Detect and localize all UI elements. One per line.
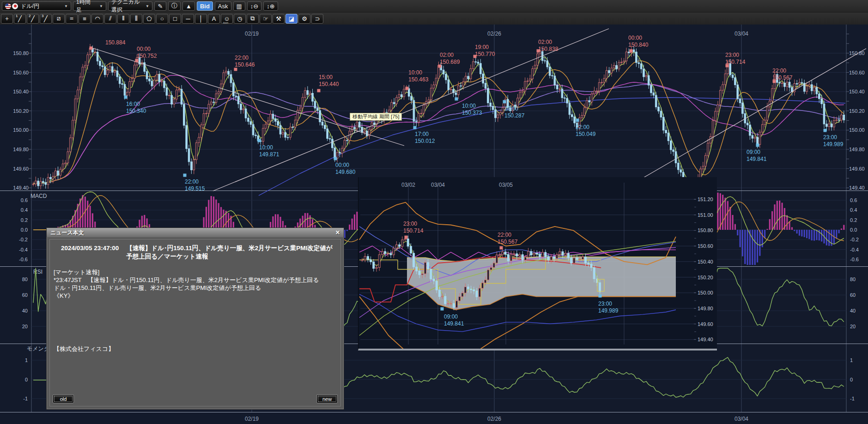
time-marker-button[interactable]: ◷ [234,14,246,24]
svg-text:00:00: 00:00 [137,46,151,52]
pentagon-icon: ⬠ [146,15,152,22]
trendline-2-icon: ╱ [31,15,35,22]
mountain-chart-button[interactable]: ▲ [182,1,195,11]
crosshair-button[interactable]: ＋ [1,14,13,24]
svg-text:02/26: 02/26 [487,416,501,422]
vertical-line-button[interactable]: │ [195,14,207,24]
ruler-button[interactable]: ⧄ [53,14,65,24]
svg-text:23:00: 23:00 [598,301,612,307]
svg-text:MACD: MACD [30,193,47,199]
technical-label: テクニカル選択 [111,0,142,14]
svg-text:150.20: 150.20 [698,275,713,280]
svg-text:149.871: 149.871 [259,151,279,158]
svg-text:150.012: 150.012 [415,138,435,144]
text-label-button[interactable]: A [208,14,220,24]
trendline-3-button[interactable]: ╱3 [40,14,52,24]
text-label-icon: A [212,15,216,22]
inset-chart-window[interactable]: 151.20151.00150.80150.60150.40150.20150.… [358,177,717,350]
copy-button[interactable]: ⧉ [247,14,259,24]
gann-fan-icon: ⫼ [135,15,138,22]
ellipse-button[interactable]: ○ [156,14,168,24]
new-news-button[interactable]: new [316,394,338,403]
horizontal-line-button[interactable]: ─ [182,14,194,24]
svg-text:150.60: 150.60 [698,243,713,249]
zoom-in-button[interactable]: ↕⊕ [263,1,278,11]
svg-text:0.0: 0.0 [21,227,28,233]
ma-tooltip: 移動平均線 期間 [75] [350,113,402,121]
svg-text:60: 60 [22,292,28,298]
news-window[interactable]: ニュース本文 ✕ 2024/03/05 23:47:00 【速報】ドル･円150… [46,227,344,410]
svg-text:150.340: 150.340 [126,108,146,114]
news-window-titlebar[interactable]: ニュース本文 ✕ [47,228,344,237]
svg-text:10:00: 10:00 [408,69,422,76]
wrench-button[interactable]: ⚒ [273,14,285,24]
news-body-text: [マーケット速報] *23:47JST 【速報】ドル・円150.11円、ドル売り… [54,268,331,300]
svg-text:17:00: 17:00 [415,131,429,137]
fibonacci-timezone-button[interactable]: ⫴ [117,14,129,24]
wrench-icon: ⚒ [276,15,281,22]
multi-horizontal-lines-icon: ≡ [83,15,86,22]
trendline-1-button[interactable]: ╱1 [14,14,26,24]
svg-text:151.20: 151.20 [698,197,713,202]
draw-pencil-button[interactable]: ✎ [154,1,166,11]
svg-text:150.287: 150.287 [504,112,525,119]
svg-text:150.40: 150.40 [13,89,29,94]
draw-pencil-icon: ✎ [158,3,163,10]
svg-text:0.0: 0.0 [850,227,857,233]
svg-text:150.463: 150.463 [408,76,429,83]
svg-text:22:00: 22:00 [498,232,511,238]
svg-text:149.80: 149.80 [13,147,29,152]
fibonacci-timezone-icon: ⫴ [122,15,124,22]
svg-text:150.714: 150.714 [403,227,424,234]
svg-text:149.40: 149.40 [13,185,29,190]
fan-lines-button[interactable]: ⫽ [104,14,116,24]
svg-text:03/05: 03/05 [499,182,513,188]
timeframe-select[interactable]: 1時間足 ▼ [73,1,106,11]
svg-text:40: 40 [22,308,28,313]
rectangle-button[interactable]: □ [169,14,181,24]
currency-pair-select[interactable]: ドル/円 ▼ [2,1,71,11]
svg-text:150.770: 150.770 [475,51,495,57]
eraser-button[interactable]: ◪ [285,14,297,24]
svg-text:150.80: 150.80 [849,50,865,56]
trendline-2-button[interactable]: ╱2 [27,14,39,24]
badge: 3 [42,14,43,18]
japan-flag-icon [12,3,18,9]
svg-text:150.714: 150.714 [725,59,746,65]
svg-text:0.6: 0.6 [21,197,28,203]
info-button[interactable]: ⓘ [168,1,181,11]
svg-text:150.00: 150.00 [849,127,865,133]
svg-text:150.752: 150.752 [137,53,157,59]
svg-text:03/02: 03/02 [401,182,415,188]
svg-text:00:00: 00:00 [628,35,642,41]
svg-text:15:00: 15:00 [319,74,333,80]
svg-text:149.60: 149.60 [849,166,865,172]
fibonacci-arc-icon: ◠ [95,15,100,22]
svg-text:150.689: 150.689 [440,59,460,65]
svg-text:149.989: 149.989 [598,307,619,314]
icon-stamp-button[interactable]: ☺icon [221,14,233,24]
svg-text:-0.6: -0.6 [850,257,859,262]
close-icon[interactable]: ✕ [335,229,340,236]
parallel-lines-button[interactable]: ＝ [66,14,78,24]
drag-hand-button[interactable]: ☞ [260,14,272,24]
gann-fan-button[interactable]: ⫼ [130,14,142,24]
bid-button[interactable]: Bid [197,1,213,11]
fibonacci-arc-button[interactable]: ◠ [91,14,103,24]
svg-text:149.40: 149.40 [698,337,713,342]
svg-text:09:00: 09:00 [444,313,458,320]
magnet-button[interactable]: ⊃ [311,14,323,24]
svg-text:22:00: 22:00 [772,68,786,74]
svg-text:150.00: 150.00 [698,290,713,295]
pentagon-button[interactable]: ⬠ [143,14,155,24]
technical-select[interactable]: テクニカル選択 ▼ [108,1,152,11]
candle-volume-button[interactable]: ▥ [233,1,245,11]
ask-button[interactable]: Ask [215,1,231,11]
mountain-chart-icon: ▲ [186,3,192,10]
zoom-out-button[interactable]: ↕⊖ [247,1,261,11]
multi-horizontal-lines-button[interactable]: ≡ [79,14,91,24]
indicator-settings-button[interactable]: ⚙ [298,14,310,24]
svg-text:150.20: 150.20 [13,108,29,114]
crosshair-icon: ＋ [4,14,10,23]
old-news-button[interactable]: old [53,394,74,403]
